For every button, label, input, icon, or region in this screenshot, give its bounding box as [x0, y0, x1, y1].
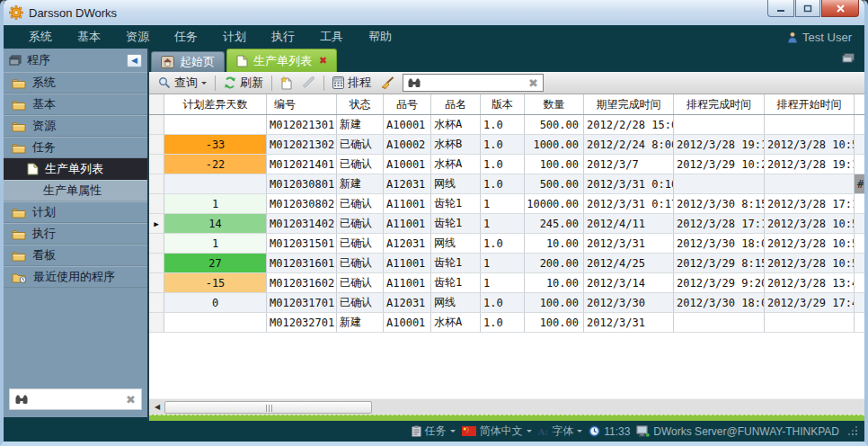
cell-due[interactable]: 2012/3/31 [584, 313, 674, 332]
cell-qty[interactable]: 500.00 [525, 115, 584, 134]
cell-item_no[interactable]: A12031 [384, 293, 431, 312]
cell-qty[interactable]: 245.00 [525, 214, 584, 233]
cell-due[interactable]: 2012/2/24 8:00 [584, 135, 674, 154]
tab-close-icon[interactable]: ✖ [319, 55, 327, 67]
cell-sched_start[interactable]: 2012/3/28 13:40 [765, 273, 855, 292]
cell-item_name[interactable]: 网线 [431, 174, 481, 193]
column-header[interactable]: 排程完成时间 [674, 94, 765, 114]
cell-item_name[interactable]: 网线 [431, 293, 481, 312]
cell-status[interactable]: 已确认 [337, 135, 384, 154]
sidebar-collapse-button[interactable]: ◀ [127, 54, 142, 67]
cell-version[interactable]: 1.0 [481, 293, 525, 312]
edit-pencil-button[interactable] [297, 75, 320, 92]
cell-version[interactable]: 1 [481, 214, 525, 233]
cell-sched_end[interactable]: 2012/3/29 9:20 [674, 273, 765, 292]
cell-due[interactable]: 2012/4/11 [584, 214, 674, 233]
cell-sched_start[interactable] [765, 313, 855, 332]
column-header[interactable]: 状态 [337, 94, 384, 114]
status-server[interactable]: DWorks Server@FUNWAY-THINKPAD [636, 425, 839, 438]
column-header[interactable]: 计划差异天数 [164, 94, 267, 114]
row-selector[interactable] [149, 254, 164, 272]
cell-diff[interactable] [164, 174, 267, 193]
cell-id[interactable]: M012031501 [267, 234, 337, 253]
cell-sched_start[interactable] [765, 174, 855, 193]
cell-item_no[interactable]: A11001 [384, 273, 431, 292]
tab-production-order-list[interactable]: 生产单列表 ✖ [226, 49, 337, 72]
cell-item_name[interactable]: 齿轮1 [431, 254, 481, 272]
sidebar-item[interactable]: 生产单列表 [4, 158, 147, 180]
cell-extra[interactable] [855, 194, 864, 213]
sidebar-item[interactable]: 基本 [4, 94, 147, 115]
cell-qty[interactable]: 100.00 [525, 155, 584, 174]
cell-item_name[interactable]: 水杯A [431, 115, 481, 134]
new-button[interactable] [276, 75, 297, 92]
cell-item_name[interactable]: 齿轮1 [431, 214, 481, 233]
row-selector[interactable] [149, 174, 164, 193]
cell-id[interactable]: M012021302 [267, 135, 337, 154]
cell-version[interactable]: 1.0 [481, 155, 525, 174]
toolbar-search-clear-icon[interactable]: ✖ [528, 77, 538, 89]
cell-status[interactable]: 已确认 [337, 293, 384, 312]
scroll-left-arrow-icon[interactable]: ◀ [150, 400, 164, 414]
cell-diff[interactable]: 1 [164, 234, 267, 253]
cell-sched_start[interactable]: 2012/3/28 17:13 [765, 194, 855, 213]
cell-status[interactable]: 新建 [337, 115, 384, 134]
cell-due[interactable]: 2012/3/7 [584, 155, 674, 174]
current-row-indicator[interactable]: ▶ [149, 214, 164, 233]
cell-qty[interactable]: 100.00 [525, 293, 584, 312]
column-header[interactable]: 品号 [384, 94, 431, 114]
cell-version[interactable]: 1 [481, 254, 525, 272]
cell-item_no[interactable]: A11001 [384, 254, 431, 272]
cell-diff[interactable]: 14 [164, 214, 267, 233]
cell-sched_start[interactable]: 2012/3/28 10:52 [765, 214, 855, 233]
menu-resource[interactable]: 资源 [113, 29, 162, 45]
cell-status[interactable]: 已确认 [337, 214, 384, 233]
cell-item_no[interactable]: A10002 [384, 135, 431, 154]
window-list-icon[interactable] [841, 53, 855, 64]
cell-diff[interactable]: 1 [164, 194, 267, 213]
table-row[interactable]: ▶14M012031402已确认A11001齿轮11245.002012/4/1… [149, 214, 864, 234]
query-button[interactable]: 查询 [154, 73, 211, 93]
table-row[interactable]: 0M012031701已确认A12031网线1.0100.002012/3/30… [149, 293, 864, 313]
table-row[interactable]: 27M012031601已确认A11001齿轮11200.002012/4/25… [149, 254, 864, 273]
sidebar-item[interactable]: 最近使用的程序 [4, 266, 147, 288]
cell-id[interactable]: M012031602 [267, 273, 337, 292]
cell-due[interactable]: 2012/3/31 0:17 [584, 194, 674, 213]
cell-version[interactable]: 1 [481, 194, 525, 213]
cell-sched_end[interactable]: 2012/3/30 8:15 [674, 194, 765, 213]
cell-sched_end[interactable] [674, 174, 765, 193]
status-font-dropdown[interactable]: A: 字体 [538, 424, 583, 439]
column-header[interactable]: 品名 [431, 94, 481, 114]
cell-item_no[interactable]: A12031 [384, 234, 431, 253]
cell-status[interactable]: 已确认 [337, 194, 384, 213]
menu-execute[interactable]: 执行 [259, 29, 307, 45]
cell-sched_start[interactable]: 2012/3/28 19:10 [765, 155, 855, 174]
cell-sched_end[interactable]: 2012/3/30 18:00 [674, 293, 765, 312]
cell-item_name[interactable]: 齿轮1 [431, 194, 481, 213]
menu-system[interactable]: 系统 [16, 29, 65, 45]
column-header[interactable]: 排程开始时间 [765, 94, 855, 114]
close-button[interactable] [821, 0, 859, 17]
cell-item_no[interactable]: A10001 [384, 115, 431, 134]
cell-id[interactable]: M012031701 [267, 293, 337, 312]
cell-item_name[interactable]: 齿轮1 [431, 273, 481, 292]
sidebar-search-input[interactable] [33, 392, 120, 406]
cell-version[interactable]: 1.0 [481, 174, 525, 193]
cell-qty[interactable]: 200.00 [525, 254, 584, 272]
cell-status[interactable]: 已确认 [337, 155, 384, 174]
cell-diff[interactable]: -33 [164, 135, 267, 154]
cell-diff[interactable] [164, 115, 267, 134]
scrollbar-thumb[interactable] [164, 401, 372, 414]
cell-item_name[interactable]: 水杯A [431, 155, 481, 174]
table-row[interactable]: 1M012031501已确认A12031网线1.010.002012/3/312… [149, 234, 864, 254]
menu-help[interactable]: 帮助 [356, 29, 404, 45]
sidebar-item[interactable]: 任务 [4, 137, 147, 158]
cell-id[interactable]: M012032701 [267, 313, 337, 332]
cell-sched_start[interactable]: 2012/3/28 10:52 [765, 234, 855, 253]
column-header[interactable]: 期望完成时间 [584, 94, 674, 114]
cell-qty[interactable]: 10000.00 [525, 194, 584, 213]
cell-item_name[interactable]: 水杯B [431, 135, 481, 154]
cell-sched_end[interactable] [674, 115, 765, 134]
row-selector[interactable] [149, 155, 164, 174]
column-header[interactable]: 数量 [525, 94, 584, 114]
